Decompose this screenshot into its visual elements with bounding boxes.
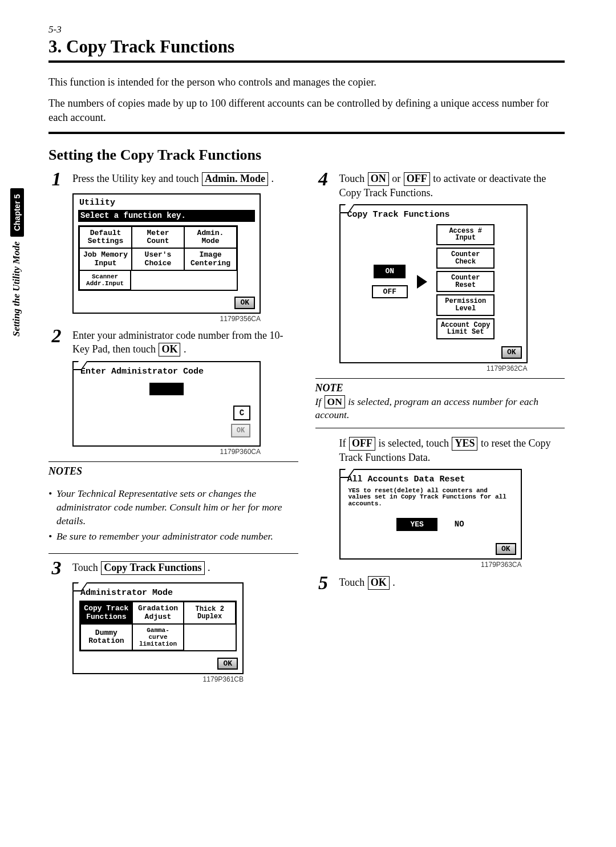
utility-screen: Utility Select a function key. DefaultSe…: [72, 193, 261, 314]
step-4-a: Touch: [339, 173, 367, 184]
btn-copy-track-functions[interactable]: Copy TrackFunctions: [80, 601, 133, 625]
btn-off[interactable]: OFF: [372, 285, 408, 299]
ok-keycap-2: OK: [368, 576, 390, 590]
btn-on[interactable]: ON: [374, 265, 406, 278]
side-tab-text: Setting the Utility Mode: [11, 241, 22, 337]
caption-5: 1179P363CA: [339, 561, 522, 569]
caption-3: 1179P361CB: [72, 675, 244, 683]
notes-list: Your Technical Representative sets or ch…: [48, 487, 298, 544]
step-1-a: Press the Utility key and touch: [72, 173, 198, 184]
step-1-text: Press the Utility key and touch Admin. M…: [72, 169, 274, 189]
utility-title: Utility: [78, 198, 255, 208]
side-tab: Setting the Utility Mode Chapter 5: [10, 188, 24, 337]
btn-yes[interactable]: YES: [396, 518, 437, 532]
chapter-badge: Chapter 5: [10, 188, 24, 237]
btn-users-choice[interactable]: User'sChoice: [131, 248, 185, 271]
step-5-number: 5: [315, 573, 331, 593]
section-ref: 5-3: [48, 24, 565, 35]
rule-thin-note-bottom: [315, 428, 565, 428]
note-1: Your Technical Representative sets or ch…: [56, 487, 298, 528]
step-5-dot: .: [390, 577, 395, 588]
admin-code-title: Enter Administrator Code: [79, 367, 254, 377]
clear-button[interactable]: C: [233, 406, 250, 420]
admin-code-screen: Enter Administrator Code C OK: [72, 361, 261, 447]
notes-title: NOTES: [48, 465, 298, 477]
ok-keycap-1: OK: [159, 343, 180, 356]
rule-thin-notes-bottom: [48, 553, 298, 554]
off-a: If: [339, 437, 349, 449]
reset-ok[interactable]: OK: [496, 543, 516, 556]
admin-code-input[interactable]: [149, 383, 184, 395]
rule-thin-note-top: [315, 378, 565, 379]
utility-sub: Select a function key.: [78, 210, 255, 222]
off-text: If OFF is selected, touch YES to reset t…: [339, 436, 565, 464]
btn-counter-check[interactable]: CounterCheck: [436, 248, 495, 269]
admin-mode-keycap: Admin. Mode: [202, 172, 268, 186]
admin-mode-screen: Administrator Mode Copy TrackFunctions G…: [72, 582, 244, 674]
step-2-dot: .: [181, 343, 186, 355]
right-column: 4 Touch ON or OFF to activate or deactiv…: [315, 169, 565, 687]
ok-disabled: OK: [231, 424, 250, 437]
note-on: If ON is selected, program an access num…: [315, 395, 565, 422]
utility-ok[interactable]: OK: [234, 297, 255, 309]
copy-track-keycap: Copy Track Functions: [101, 561, 204, 575]
intro-text-2: The numbers of copies made by up to 100 …: [48, 96, 550, 125]
btn-admin-mode[interactable]: Admin.Mode: [184, 226, 237, 249]
step-5-a: Touch: [339, 577, 367, 588]
step-2-text: Enter your administrator code number fro…: [72, 326, 298, 356]
btn-permission-level[interactable]: PermissionLevel: [436, 294, 495, 315]
copy-track-screen: Copy Track Functions ON OFF Access #Inpu…: [339, 204, 528, 363]
note-on-b: is selected, program an access number fo…: [315, 396, 538, 421]
note-on-a: If: [315, 396, 324, 407]
note-title: NOTE: [315, 382, 565, 394]
btn-default-settings[interactable]: DefaultSettings: [79, 226, 132, 249]
arrow-right-icon: [417, 275, 427, 289]
btn-image-centering[interactable]: ImageCentering: [184, 248, 237, 271]
step-2-number: 2: [48, 326, 64, 356]
step-3-a: Touch: [72, 562, 100, 573]
page-title: 3. Copy Track Functions: [48, 37, 565, 57]
step-1-dot: .: [269, 173, 274, 184]
btn-counter-reset[interactable]: CounterReset: [436, 271, 495, 292]
intro-text-1: This function is intended for the person…: [48, 75, 550, 90]
step-3-text: Touch Copy Track Functions .: [72, 558, 210, 578]
on-keycap-2: ON: [325, 395, 345, 408]
step-4-text: Touch ON or OFF to activate or deactivat…: [339, 169, 565, 200]
rule-heavy-2: [48, 132, 565, 134]
rule-thin-notes-top: [48, 461, 298, 462]
subsection-title: Setting the Copy Track Functions: [48, 147, 565, 164]
reset-msg: YES to reset(delete) all counters and va…: [346, 487, 515, 512]
admin-mode-title: Administrator Mode: [79, 588, 237, 598]
off-b: is selected, touch: [376, 437, 451, 449]
reset-screen: All Accounts Data Reset YES to reset(del…: [339, 469, 522, 560]
caption-2: 1179P360CA: [72, 448, 261, 456]
btn-meter-count[interactable]: MeterCount: [131, 226, 185, 249]
step-4-b: or: [390, 173, 403, 184]
step-3-number: 3: [48, 558, 64, 578]
btn-access-input[interactable]: Access #Input: [436, 224, 495, 245]
off-keycap-2: OFF: [349, 437, 375, 451]
btn-scanner-addr-input[interactable]: ScannerAddr.Input: [79, 270, 131, 290]
rule-heavy-1: [48, 60, 565, 63]
btn-job-memory-input[interactable]: Job MemoryInput: [79, 248, 132, 271]
ctf-ok[interactable]: OK: [501, 346, 522, 359]
btn-thick2-duplex[interactable]: Thick 2Duplex: [183, 601, 236, 625]
off-keycap: OFF: [404, 172, 430, 186]
btn-gradation-adjust[interactable]: GradationAdjust: [132, 601, 185, 625]
ctf-title: Copy Track Functions: [346, 210, 521, 220]
step-5-text: Touch OK .: [339, 573, 395, 593]
caption-4: 1179P362CA: [339, 364, 528, 372]
reset-title: All Accounts Data Reset: [346, 475, 515, 485]
adminmode-ok[interactable]: OK: [217, 658, 238, 670]
left-column: 1 Press the Utility key and touch Admin.…: [48, 169, 298, 687]
step-3-dot: .: [205, 562, 210, 573]
caption-1: 1179P356CA: [72, 315, 261, 323]
btn-no[interactable]: NO: [455, 520, 464, 529]
btn-gamma-curve[interactable]: Gamma-curvelimitation: [132, 623, 185, 651]
on-keycap: ON: [368, 172, 389, 186]
yes-keycap: YES: [452, 437, 477, 451]
btn-dummy-rotation[interactable]: DummyRotation: [80, 623, 133, 651]
note-2: Be sure to remember your administrator c…: [56, 530, 298, 544]
btn-account-limit[interactable]: Account CopyLimit Set: [436, 318, 495, 339]
step-1-number: 1: [48, 169, 64, 189]
